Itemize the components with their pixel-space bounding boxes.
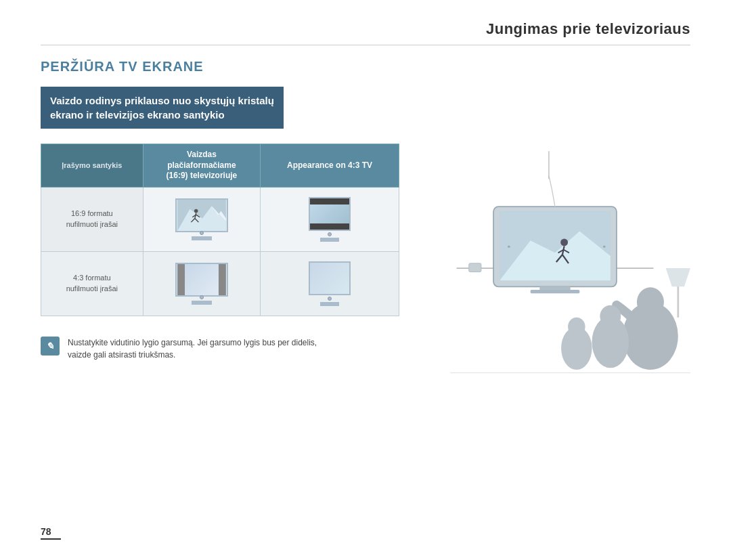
tv-screen (175, 198, 228, 232)
page-title-header: Jungimas prie televizoriaus (486, 20, 690, 38)
row2-wide-tv-cell (143, 251, 260, 316)
row1-wide-tv-cell (143, 187, 260, 251)
svg-point-29 (637, 287, 664, 317)
pillarbox-svg (177, 264, 227, 295)
svg-point-25 (508, 245, 510, 248)
page-container: Jungimas prie televizoriaus PERŽIŪRA TV … (0, 0, 731, 560)
svg-rect-11 (185, 264, 219, 295)
skier-svg (177, 200, 227, 231)
row1-standard-tv-cell (261, 187, 399, 251)
col3-header: Appearance on 4:3 TV (261, 144, 399, 188)
left-content: Įrašymo santykis Vaizdas plačiaformačiam… (41, 144, 399, 381)
svg-point-17 (560, 238, 568, 246)
col2-header: Vaizdas plačiaformačiame (16:9) televizo… (143, 144, 260, 188)
svg-point-33 (568, 318, 585, 336)
page-number-line (41, 538, 61, 540)
tv-screen-letterbox (309, 197, 351, 231)
note-icon: ✎ (41, 337, 60, 356)
svg-rect-24 (531, 290, 580, 293)
svg-rect-37 (469, 263, 481, 272)
col1-header: Įrašymo santykis (41, 144, 143, 188)
page-number: 78 (41, 526, 61, 540)
room-illustration (420, 144, 690, 381)
right-content (420, 144, 690, 381)
note-section: ✎ Nustatykite vidutinio lygio garsumą. J… (41, 331, 399, 361)
subtitle-line1: Vaizdo rodinys priklauso nuo skystųjų kr… (50, 95, 274, 106)
section-title: PERŽIŪRA TV EKRANE (41, 59, 690, 74)
room-svg (420, 144, 690, 381)
wide-tv-skier (171, 197, 232, 240)
wide-tv-pillarbox (171, 261, 232, 305)
main-content: Įrašymo santykis Vaizdas plačiaformačiam… (41, 144, 690, 381)
note-text: Nustatykite vidutinio lygio garsumą. Jei… (68, 337, 317, 361)
svg-marker-36 (666, 268, 690, 286)
svg-point-3 (194, 209, 198, 213)
header-section: Jungimas prie televizoriaus (41, 20, 690, 45)
table-row: 16:9 formatu nufilmuoti įrašai (41, 187, 399, 251)
table-row: 4:3 formatu nufilmuoti įrašai (41, 251, 399, 316)
comparison-table: Įrašymo santykis Vaizdas plačiaformačiam… (41, 144, 399, 316)
row2-standard-tv-cell (261, 251, 399, 316)
svg-point-26 (603, 245, 606, 248)
row2-label: 4:3 formatu nufilmuoti įrašai (41, 251, 143, 316)
svg-point-31 (600, 305, 621, 328)
standard-tv-normal (305, 260, 355, 306)
standard-tv-letterbox (305, 196, 355, 242)
tv-screen-normal (309, 261, 351, 295)
row1-label: 16:9 formatu nufilmuoti įrašai (41, 187, 143, 251)
tv-screen-pillarbox (175, 263, 228, 297)
subtitle-line2: ekrano ir televizijos ekrano santykio (50, 109, 225, 121)
subtitle-box: Vaizdo rodinys priklauso nuo skystųjų kr… (41, 87, 284, 129)
